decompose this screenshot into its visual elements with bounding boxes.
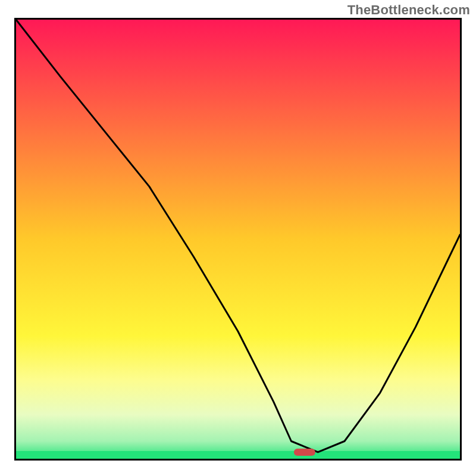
optimum-marker: [294, 449, 315, 456]
chart-frame: TheBottleneck.com: [0, 0, 476, 476]
baseline-band: [16, 451, 460, 459]
watermark-text: TheBottleneck.com: [347, 2, 470, 18]
plot-area: [14, 18, 462, 461]
gradient-bg: [16, 20, 460, 459]
chart-svg: [16, 20, 460, 459]
